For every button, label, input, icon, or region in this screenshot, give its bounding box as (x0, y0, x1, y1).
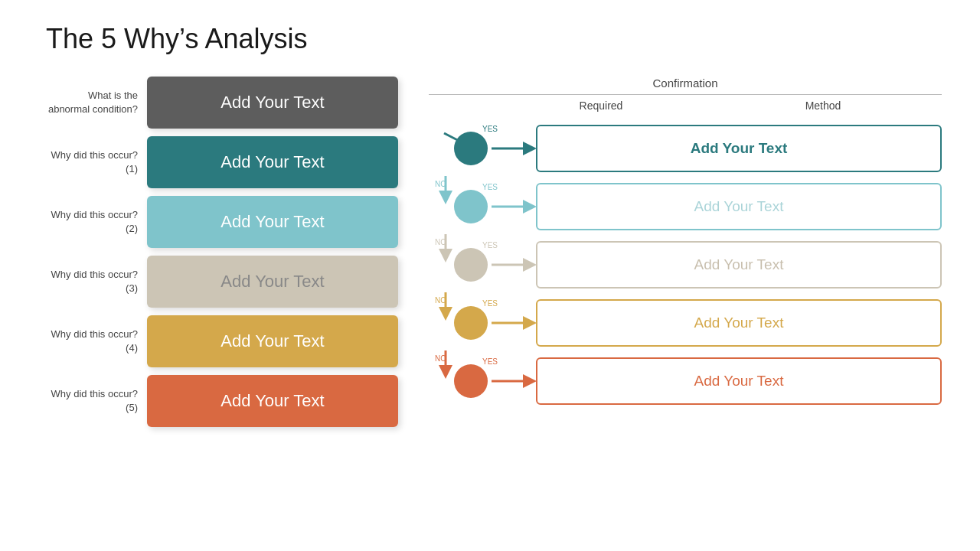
right-side: Confirmation Required Method YES (429, 77, 942, 407)
row-label-3: Why did this occur? (3) (46, 268, 138, 295)
left-box-2[interactable]: Add Your Text (147, 196, 398, 248)
left-box-4[interactable]: Add Your Text (147, 315, 398, 367)
row-label-2: Why did this occur? (2) (46, 208, 138, 236)
diagram-row-4: NO YES Add Your Text (429, 355, 942, 407)
diagram-row-2: NO YES Add Your Text (429, 239, 942, 291)
svg-point-11 (454, 248, 488, 282)
svg-point-6 (454, 190, 488, 223)
row-label-5: Why did this occur? (5) (46, 387, 138, 415)
row-label-1: Why did this occur? (1) (46, 148, 138, 176)
conf-box-4[interactable]: Add Your Text (536, 357, 942, 405)
conf-subheaders: Required Method (429, 99, 942, 119)
left-box-5[interactable]: Add Your Text (147, 375, 398, 427)
left-row-1: Why did this occur? (1)Add Your Text (46, 136, 398, 188)
diagram-row-0: YES Add Your Text (429, 122, 942, 174)
diagram-rows: YES Add Your Text NO YES (429, 122, 942, 407)
conf-box-1[interactable]: Add Your Text (536, 183, 942, 230)
subheader-method: Method (712, 99, 934, 112)
conf-box-2[interactable]: Add Your Text (536, 241, 942, 289)
svg-text:YES: YES (482, 357, 498, 366)
page-title: The 5 Why’s Analysis (46, 23, 942, 55)
diagram-row-1: NO YES Add Your Text (429, 181, 942, 233)
conf-box-0[interactable]: Add Your Text (536, 125, 942, 172)
svg-text:YES: YES (482, 183, 498, 191)
subheader-required: Required (490, 99, 712, 112)
left-box-1[interactable]: Add Your Text (147, 136, 398, 188)
svg-text:YES: YES (482, 241, 498, 249)
svg-point-21 (454, 364, 488, 398)
page: The 5 Why’s Analysis What is the abnorma… (0, 0, 980, 551)
left-row-2: Why did this occur? (2)Add Your Text (46, 196, 398, 248)
left-row-3: Why did this occur? (3)Add Your Text (46, 256, 398, 308)
arrow-cluster-4: NO YES (429, 350, 536, 412)
arrow-cluster-3: NO YES (429, 292, 536, 354)
left-side: What is the abnormal condition?Add Your … (46, 77, 398, 435)
left-row-0: What is the abnormal condition?Add Your … (46, 77, 398, 129)
left-row-4: Why did this occur? (4)Add Your Text (46, 315, 398, 367)
arrow-cluster-2: NO YES (429, 234, 536, 295)
main-layout: What is the abnormal condition?Add Your … (46, 77, 942, 435)
confirmation-header: Confirmation (429, 77, 942, 95)
svg-point-16 (454, 306, 488, 340)
conf-box-3[interactable]: Add Your Text (536, 299, 942, 347)
left-box-3[interactable]: Add Your Text (147, 256, 398, 308)
svg-text:YES: YES (482, 299, 498, 308)
diagram-row-3: NO YES Add Your Text (429, 297, 942, 349)
left-box-0[interactable]: Add Your Text (147, 77, 398, 129)
svg-point-1 (454, 132, 488, 165)
arrow-cluster-0: YES (429, 118, 536, 179)
svg-text:YES: YES (482, 125, 498, 133)
arrow-cluster-1: NO YES (429, 176, 536, 237)
row-label-0: What is the abnormal condition? (46, 89, 138, 116)
row-label-4: Why did this occur? (4) (46, 328, 138, 355)
left-row-5: Why did this occur? (5)Add Your Text (46, 375, 398, 427)
